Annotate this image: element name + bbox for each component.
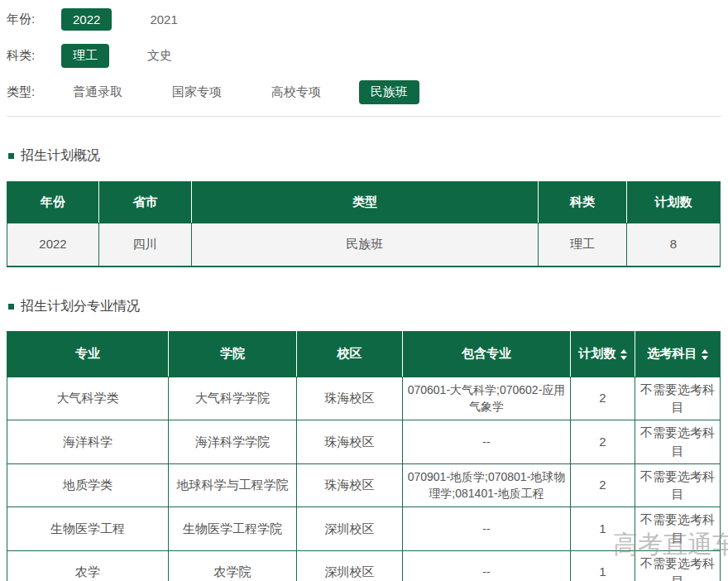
overview-header-type: 类型 bbox=[192, 182, 539, 223]
sort-up-arrow-icon bbox=[702, 349, 708, 353]
cell-campus: 深圳校区 bbox=[297, 550, 403, 581]
subject-filter-row: 科类: 理工 文史 bbox=[7, 43, 721, 69]
subject-option-liberal-arts[interactable]: 文史 bbox=[136, 44, 184, 68]
cell-college: 农学院 bbox=[169, 550, 297, 581]
overview-title-text: 招生计划概况 bbox=[21, 147, 100, 165]
cell-college: 大气科学学院 bbox=[169, 377, 297, 420]
overview-cell-subject: 理工 bbox=[539, 223, 627, 266]
overview-table: 年份 省市 类型 科类 计划数 2022 四川 民族班 理工 8 bbox=[7, 181, 721, 267]
cell-plan-count: 1 bbox=[571, 507, 635, 551]
cell-plan-count: 2 bbox=[571, 377, 635, 420]
type-option-regular[interactable]: 普通录取 bbox=[61, 80, 134, 104]
subject-filter-label: 科类: bbox=[7, 48, 50, 64]
overview-data-row: 2022 四川 民族班 理工 8 bbox=[7, 223, 721, 266]
overview-cell-type: 民族班 bbox=[192, 223, 539, 266]
subject-option-science[interactable]: 理工 bbox=[61, 44, 109, 68]
sort-icon[interactable] bbox=[702, 349, 708, 360]
overview-section-title: 招生计划概况 bbox=[8, 147, 721, 165]
cell-major: 大气科学类 bbox=[7, 377, 169, 420]
major-header-row: 专业 学院 校区 包含专业 计划数 选考科目 bbox=[7, 331, 721, 377]
sort-down-arrow-icon bbox=[620, 356, 627, 360]
exam-subjects-header-label: 选考科目 bbox=[648, 346, 697, 360]
cell-college: 生物医学工程学院 bbox=[169, 507, 297, 551]
cell-college: 海洋科学学院 bbox=[169, 420, 297, 464]
cell-major: 海洋科学 bbox=[7, 420, 169, 464]
cell-exam-subjects: 不需要选考科目 bbox=[635, 420, 721, 464]
year-option-2021[interactable]: 2021 bbox=[138, 8, 189, 31]
type-option-minority-class[interactable]: 民族班 bbox=[359, 80, 419, 104]
sort-icon[interactable] bbox=[620, 349, 627, 360]
major-header-exam-subjects: 选考科目 bbox=[635, 331, 721, 377]
major-title-text: 招生计划分专业情况 bbox=[21, 298, 140, 315]
overview-header-plan-count: 计划数 bbox=[627, 182, 721, 223]
cell-exam-subjects: 不需要选考科目 bbox=[635, 463, 721, 507]
major-header-major: 专业 bbox=[7, 331, 169, 377]
sort-up-arrow-icon bbox=[620, 349, 627, 353]
table-row: 农学 农学院 深圳校区 -- 1 不需要选考科目 bbox=[7, 550, 721, 581]
cell-exam-subjects: 不需要选考科目 bbox=[635, 377, 721, 420]
cell-major: 农学 bbox=[7, 550, 169, 581]
major-section-title: 招生计划分专业情况 bbox=[8, 298, 721, 315]
table-row: 大气科学类 大气科学学院 珠海校区 070601-大气科学;070602-应用气… bbox=[7, 377, 721, 420]
type-option-national-special[interactable]: 国家专项 bbox=[160, 80, 233, 104]
major-header-plan-count: 计划数 bbox=[571, 331, 635, 377]
cell-included-majors: 070601-大气科学;070602-应用气象学 bbox=[403, 377, 571, 420]
major-header-college: 学院 bbox=[169, 331, 297, 377]
admission-plan-page: 年份: 2022 2021 科类: 理工 文史 类型: 普通录取 国家专项 高校… bbox=[0, 0, 728, 581]
cell-plan-count: 1 bbox=[571, 550, 635, 581]
year-filter-options: 2022 2021 bbox=[61, 8, 216, 31]
plan-count-header-label: 计划数 bbox=[579, 346, 616, 360]
cell-included-majors: 070901-地质学;070801-地球物理学;081401-地质工程 bbox=[403, 463, 571, 507]
subject-filter-options: 理工 文史 bbox=[61, 44, 210, 68]
cell-campus: 珠海校区 bbox=[297, 377, 403, 420]
year-filter-label: 年份: bbox=[7, 12, 50, 27]
type-filter-options: 普通录取 国家专项 高校专项 民族班 bbox=[61, 80, 446, 104]
cell-plan-count: 2 bbox=[571, 420, 635, 464]
square-bullet-icon bbox=[8, 304, 14, 310]
cell-included-majors: -- bbox=[403, 550, 571, 581]
cell-exam-subjects: 不需要选考科目 bbox=[635, 550, 721, 581]
overview-header-province: 省市 bbox=[99, 182, 192, 223]
cell-campus: 珠海校区 bbox=[297, 463, 403, 507]
cell-major: 生物医学工程 bbox=[7, 507, 169, 551]
overview-header-year: 年份 bbox=[7, 182, 99, 223]
year-option-2022[interactable]: 2022 bbox=[61, 8, 112, 31]
major-table: 专业 学院 校区 包含专业 计划数 选考科目 大气科学类 大气科学学院 珠海校区… bbox=[7, 331, 721, 581]
table-row: 海洋科学 海洋科学学院 珠海校区 -- 2 不需要选考科目 bbox=[7, 420, 721, 464]
type-filter-label: 类型: bbox=[7, 84, 50, 100]
major-header-included-majors: 包含专业 bbox=[403, 331, 571, 377]
cell-included-majors: -- bbox=[403, 420, 571, 464]
major-header-campus: 校区 bbox=[297, 331, 403, 377]
overview-header-subject: 科类 bbox=[539, 182, 627, 223]
filters-divider bbox=[7, 116, 721, 117]
overview-cell-province: 四川 bbox=[99, 223, 192, 266]
cell-included-majors: -- bbox=[403, 507, 571, 551]
cell-campus: 珠海校区 bbox=[297, 420, 403, 464]
overview-header-row: 年份 省市 类型 科类 计划数 bbox=[7, 182, 721, 223]
table-row: 生物医学工程 生物医学工程学院 深圳校区 -- 1 不需要选考科目 bbox=[7, 507, 721, 551]
year-filter-row: 年份: 2022 2021 bbox=[7, 7, 721, 32]
overview-cell-year: 2022 bbox=[7, 223, 99, 266]
overview-cell-plan-count: 8 bbox=[627, 223, 721, 266]
cell-college: 地球科学与工程学院 bbox=[169, 463, 297, 507]
square-bullet-icon bbox=[8, 153, 14, 159]
type-filter-row: 类型: 普通录取 国家专项 高校专项 民族班 bbox=[7, 79, 721, 105]
sort-down-arrow-icon bbox=[702, 356, 708, 360]
cell-exam-subjects: 不需要选考科目 bbox=[635, 507, 721, 551]
cell-plan-count: 2 bbox=[571, 463, 635, 507]
cell-major: 地质学类 bbox=[7, 463, 169, 507]
cell-campus: 深圳校区 bbox=[297, 507, 403, 551]
type-option-university-special[interactable]: 高校专项 bbox=[260, 80, 333, 104]
table-row: 地质学类 地球科学与工程学院 珠海校区 070901-地质学;070801-地球… bbox=[7, 463, 721, 507]
